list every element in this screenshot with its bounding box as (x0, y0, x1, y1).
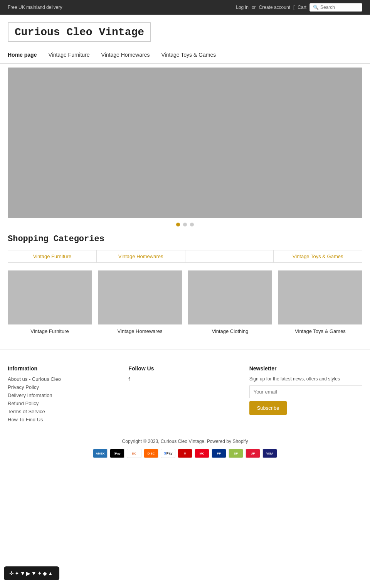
category-cards: Vintage Furniture Vintage Homewares Vint… (8, 270, 362, 334)
footer-link-privacy[interactable]: Privacy Policy (8, 384, 121, 390)
card-toys-image (278, 270, 362, 324)
footer-link-about[interactable]: About us - Curious Cleo (8, 376, 121, 382)
card-toys-name: Vintage Toys & Games (278, 328, 362, 334)
search-box[interactable]: 🔍 (309, 3, 362, 12)
dot-1[interactable] (176, 223, 180, 226)
top-bar: Free UK mainland delivery Log in or Crea… (0, 0, 370, 15)
footer-link-delivery[interactable]: Delivery Information (8, 392, 121, 398)
card-clothing-image (188, 270, 272, 324)
footer-content: Information About us - Curious Cleo Priv… (0, 358, 370, 425)
footer-follow-us-title: Follow Us (128, 365, 241, 372)
nav-furniture[interactable]: Vintage Furniture (48, 50, 89, 59)
categories-section: Shopping Categories Vintage Furniture Vi… (0, 234, 370, 334)
cart-bracket: [ (293, 5, 294, 10)
footer-newsletter: Newsletter Sign up for the latest news, … (249, 365, 362, 425)
copyright-text: Copyright © 2023, Curious Cleo Vintage. … (8, 439, 362, 444)
footer-follow-us: Follow Us f (128, 365, 241, 425)
payment-paypal: PP (212, 449, 226, 458)
footer-information-title: Information (8, 365, 121, 372)
slideshow-dots (8, 223, 362, 226)
footer-newsletter-title: Newsletter (249, 365, 362, 372)
footer-divider (0, 350, 370, 350)
delivery-text: Free UK mainland delivery (8, 5, 62, 10)
main-nav: Home page Vintage Furniture Vintage Home… (0, 46, 370, 64)
top-bar-right: Log in or Create account [ Cart 🔍 (236, 3, 362, 12)
hero-container (0, 68, 370, 226)
card-furniture-image (8, 270, 92, 324)
categories-title: Shopping Categories (8, 234, 362, 244)
payment-shopify: SP (229, 449, 243, 458)
or-text: or (252, 5, 256, 10)
card-clothing-name: Vintage Clothing (188, 328, 272, 334)
footer-link-terms[interactable]: Terms of Service (8, 409, 121, 414)
site-header: Curious Cleo Vintage (0, 15, 370, 46)
footer-link-refund[interactable]: Refund Policy (8, 400, 121, 406)
card-toys[interactable]: Vintage Toys & Games (278, 270, 362, 334)
footer-bottom: Copyright © 2023, Curious Cleo Vintage. … (0, 433, 370, 464)
hero-image (8, 68, 362, 218)
payment-gpay: GPay (161, 449, 175, 458)
nav-toys[interactable]: Vintage Toys & Games (161, 50, 216, 59)
card-homewares-image (98, 270, 182, 324)
payment-unionpay: UP (246, 449, 260, 458)
nav-homewares[interactable]: Vintage Homewares (101, 50, 150, 59)
newsletter-description: Sign up for the latest news, offers and … (249, 376, 362, 382)
card-clothing[interactable]: Vintage Clothing (188, 270, 272, 334)
cart-link[interactable]: Cart (298, 5, 306, 10)
footer-information: Information About us - Curious Cleo Priv… (8, 365, 121, 425)
search-input[interactable] (320, 5, 359, 10)
payment-diners: DC (127, 449, 141, 458)
subscribe-button[interactable]: Subscribe (249, 401, 287, 415)
tab-empty (185, 250, 274, 262)
card-furniture-name: Vintage Furniture (8, 328, 92, 334)
card-homewares[interactable]: Vintage Homewares (98, 270, 182, 334)
payment-discover: DISC (144, 449, 158, 458)
tab-homewares[interactable]: Vintage Homewares (97, 250, 185, 262)
payment-applepay: Pay (110, 449, 124, 458)
payment-icons: AMEX Pay DC DISC GPay M MC PP SP UP VIS… (8, 449, 362, 458)
payment-amex: AMEX (93, 449, 108, 458)
site-title: Curious Cleo Vintage (8, 22, 151, 42)
dot-3[interactable] (190, 223, 194, 226)
search-icon: 🔍 (313, 5, 319, 10)
facebook-icon[interactable]: f (128, 376, 241, 382)
card-homewares-name: Vintage Homewares (98, 328, 182, 334)
card-furniture[interactable]: Vintage Furniture (8, 270, 92, 334)
payment-maestro: M (178, 449, 192, 458)
footer-link-howto[interactable]: How To Find Us (8, 417, 121, 422)
tab-toys[interactable]: Vintage Toys & Games (274, 250, 362, 262)
category-tabs: Vintage Furniture Vintage Homewares Vint… (8, 250, 362, 263)
tab-furniture[interactable]: Vintage Furniture (8, 250, 97, 262)
dot-2[interactable] (183, 223, 187, 226)
payment-mastercard: MC (195, 449, 209, 458)
login-link[interactable]: Log in (236, 5, 249, 10)
payment-visa: VISA (262, 449, 277, 458)
create-account-link[interactable]: Create account (259, 5, 290, 10)
newsletter-email-input[interactable] (249, 385, 362, 398)
nav-home[interactable]: Home page (8, 50, 37, 59)
